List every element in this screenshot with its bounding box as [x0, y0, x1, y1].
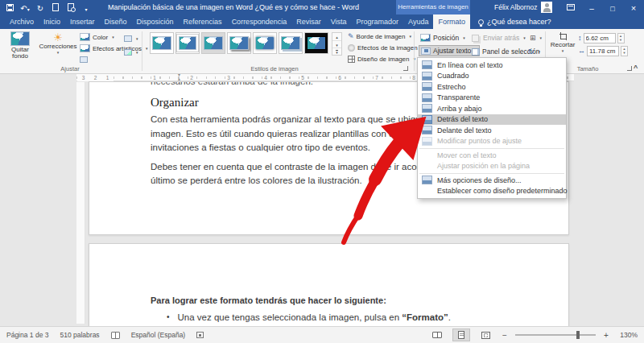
ribbon-tab[interactable]: Vista	[326, 14, 352, 29]
minimize-button[interactable]	[581, 0, 602, 14]
document-bold-line: Para lograr este formato tendrás que hac…	[151, 295, 549, 305]
ribbon-tab[interactable]: Diseño	[100, 14, 132, 29]
account-button[interactable]: Félix Albornoz	[494, 0, 552, 14]
wrap-menu-item[interactable]: En línea con el texto	[418, 60, 566, 71]
picture-style-thumbnail-icon	[179, 36, 196, 50]
zoom-level[interactable]: 130%	[617, 331, 638, 339]
ribbon-tab[interactable]: Formato	[433, 14, 470, 29]
rotate-button[interactable]	[526, 46, 542, 57]
send-backward-icon	[472, 35, 479, 42]
ribbon-display-options-button[interactable]	[560, 0, 581, 14]
wrap-menu-item-label: Transparente	[437, 93, 480, 101]
picture-style-thumbnail-icon	[229, 36, 249, 50]
picture-style-item[interactable]	[304, 32, 328, 54]
word-count[interactable]: 510 palabras	[60, 331, 99, 339]
ribbon-tab[interactable]: Correspondencia	[227, 14, 292, 29]
ruler-number: 5	[284, 74, 321, 81]
wrap-menu-item[interactable]: Arriba y abajo	[418, 103, 566, 114]
wrap-menu-item[interactable]: Transparente	[418, 93, 566, 104]
wrap-menu-item-label: Modificar puntos de ajuste	[437, 137, 522, 145]
compress-pictures-icon	[124, 35, 132, 42]
close-button[interactable]	[623, 0, 644, 14]
maximize-button[interactable]	[602, 0, 623, 14]
web-layout-button[interactable]	[477, 329, 494, 341]
shape-height-field: ▲▼	[576, 32, 626, 43]
wrap-style-icon	[422, 82, 432, 91]
status-bar: Página 1 de 3 510 palabras Español (Espa…	[0, 326, 644, 343]
macro-record-button[interactable]	[196, 332, 204, 338]
ribbon-tab[interactable]: Programador	[352, 14, 404, 29]
zoom-out-button[interactable]: −	[501, 331, 509, 340]
picture-style-item[interactable]	[201, 32, 225, 54]
picture-style-item[interactable]	[150, 32, 174, 54]
picture-style-item[interactable]	[253, 32, 277, 54]
tell-me-button[interactable]: ¿Qué desea hacer?	[478, 14, 551, 29]
wrap-menu-item[interactable]: Establecer como diseño predeterminado	[418, 186, 566, 197]
wrap-menu-item[interactable]: Ajustar posición en la página	[418, 161, 566, 172]
wrap-menu-item[interactable]: Estrecho	[418, 81, 566, 93]
picture-style-item[interactable]	[175, 32, 200, 54]
ribbon-tab[interactable]: Referencias	[179, 14, 227, 29]
transparency-icon	[80, 56, 88, 63]
wrap-menu-item[interactable]: Más opciones de diseño...	[418, 175, 566, 186]
bullet-list-item: • Una vez que tengas seleccionada la ima…	[151, 312, 549, 322]
read-mode-button[interactable]	[428, 329, 446, 341]
ribbon-tab[interactable]: Insertar	[65, 14, 100, 29]
chevron-down-icon: ▾	[562, 49, 564, 52]
wrap-menu-item[interactable]: Mover con el texto	[418, 150, 566, 161]
picture-style-item[interactable]	[279, 32, 303, 54]
remove-background-button[interactable]: Quitar fondo	[3, 31, 37, 60]
pen-icon	[348, 33, 354, 40]
save-button[interactable]	[5, 2, 14, 13]
ribbon-tab[interactable]: Disposición	[132, 14, 179, 29]
picture-style-item[interactable]	[227, 32, 251, 54]
group-label-estilos: Estilos de imagen	[143, 65, 406, 72]
picture-layout-button[interactable]: Diseño de imagen	[346, 53, 417, 64]
width-stepper[interactable]: ▲▼	[621, 46, 628, 56]
print-preview-button[interactable]	[66, 2, 76, 13]
corrections-button[interactable]: Correcciones ▾	[40, 32, 76, 54]
ribbon-tab[interactable]: Archivo	[5, 14, 39, 29]
ribbon-tabs: ArchivoInicioInsertarDiseñoDisposiciónRe…	[5, 14, 470, 29]
crop-button[interactable]: Recortar ▾	[549, 32, 576, 52]
print-layout-button[interactable]	[452, 329, 470, 341]
redo-button[interactable]	[35, 2, 45, 13]
wrap-menu-item[interactable]: Detrás del texto	[418, 114, 566, 126]
zoom-in-button[interactable]: +	[602, 331, 610, 340]
height-input[interactable]	[584, 33, 616, 43]
customize-qat-button[interactable]	[81, 2, 91, 13]
new-document-button[interactable]	[51, 2, 60, 13]
wrap-menu-item[interactable]: Delante del texto	[418, 125, 566, 136]
undo-button[interactable]	[20, 2, 30, 13]
page-indicator[interactable]: Página 1 de 3	[6, 331, 48, 339]
ribbon-tab[interactable]: Revisar	[291, 14, 326, 29]
page-2: Para lograr este formato tendrás que hac…	[89, 243, 569, 327]
height-stepper[interactable]: ▲▼	[617, 33, 625, 43]
zoom-slider-thumb[interactable]	[576, 331, 580, 339]
quick-access-toolbar	[5, 2, 91, 13]
gallery-down-button[interactable]	[332, 40, 341, 48]
maximize-icon	[610, 0, 614, 14]
zoom-slider[interactable]	[515, 334, 596, 336]
word-window: Manipulación básica de una imagen en Wor…	[0, 0, 644, 343]
ribbon-tab[interactable]: Ayuda	[403, 14, 433, 29]
read-mode-icon	[432, 332, 442, 338]
proofing-book-icon	[111, 332, 120, 339]
wrap-menu-item[interactable]: Cuadrado	[418, 71, 566, 82]
proofing-button[interactable]	[111, 332, 120, 339]
collapse-ribbon-button[interactable]	[632, 62, 639, 73]
gallery-up-button[interactable]	[332, 33, 341, 40]
gallery-more-button[interactable]	[332, 48, 341, 55]
change-picture-button[interactable]	[122, 47, 140, 58]
dialog-launcher-estilos[interactable]	[402, 65, 409, 72]
language-indicator[interactable]: Español (España)	[131, 331, 186, 339]
transparency-button[interactable]	[78, 54, 89, 65]
width-input[interactable]	[587, 46, 619, 56]
align-button[interactable]	[528, 32, 543, 43]
picture-border-button[interactable]: Borde de imagen	[346, 31, 413, 42]
wrap-menu-item[interactable]: Modificar puntos de ajuste	[418, 136, 566, 147]
position-button[interactable]: Posición	[419, 32, 467, 43]
color-button[interactable]: Color	[78, 31, 116, 43]
ribbon-tab[interactable]: Inicio	[39, 14, 65, 29]
compress-pictures-button[interactable]	[122, 33, 140, 44]
